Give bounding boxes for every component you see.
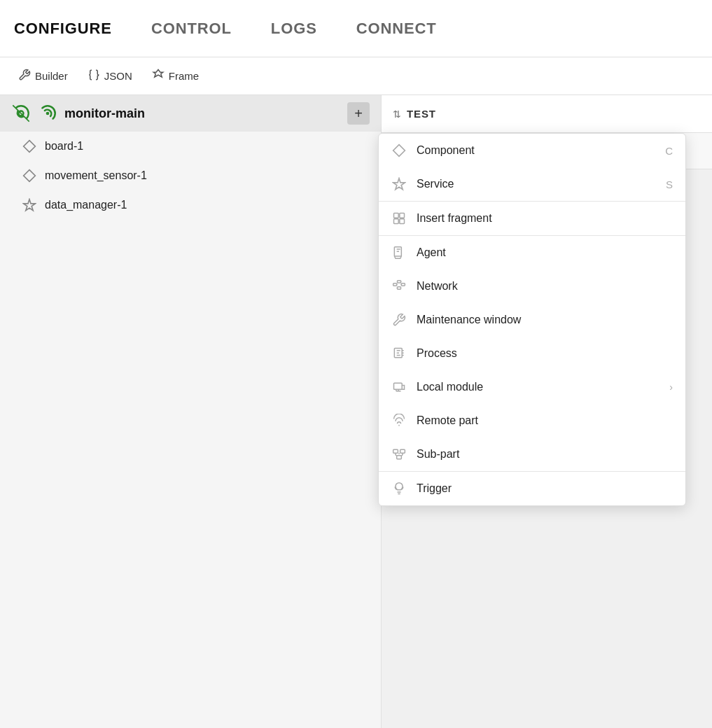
- menu-item-remote-part[interactable]: Remote part: [379, 404, 685, 438]
- menu-section-3: Agent Network: [379, 236, 685, 472]
- svg-rect-11: [398, 281, 401, 283]
- tree-root-label: monitor-main: [64, 106, 145, 121]
- menu-item-network-left: Network: [391, 279, 458, 294]
- menu-item-service[interactable]: Service S: [379, 167, 685, 201]
- wrench-icon: [18, 69, 31, 84]
- tree-item-label-2: movement_sensor-1: [45, 169, 147, 182]
- fragment-icon: [391, 211, 407, 226]
- tree-item-movement[interactable]: movement_sensor-1: [0, 161, 381, 190]
- test-label: TEST: [407, 108, 436, 120]
- nav-control[interactable]: CONTROL: [132, 0, 251, 57]
- top-nav: CONFIGURE CONTROL LOGS CONNECT: [0, 0, 712, 57]
- menu-item-localmodule-left: Local module: [391, 379, 483, 395]
- svg-rect-10: [393, 284, 397, 286]
- svg-marker-3: [24, 170, 36, 182]
- localmodule-arrow: ›: [669, 382, 673, 393]
- menu-item-process-left: Process: [391, 346, 457, 361]
- sub-nav: Builder JSON Frame: [0, 57, 712, 95]
- menu-item-sub-part[interactable]: Sub-part: [379, 438, 685, 471]
- localmodule-icon: [391, 379, 407, 395]
- menu-item-component-left: Component: [391, 143, 475, 158]
- svg-point-1: [46, 112, 50, 115]
- menu-item-localmodule-label: Local module: [417, 381, 483, 393]
- tab-builder[interactable]: Builder: [11, 64, 75, 88]
- tree-root-left: monitor-main: [11, 104, 145, 123]
- menu-item-agent-left: Agent: [391, 245, 446, 260]
- tab-frame[interactable]: Frame: [145, 64, 206, 88]
- tree-item-datamanager[interactable]: data_manager-1: [0, 190, 381, 220]
- tab-json-label: JSON: [104, 70, 132, 82]
- svg-marker-2: [24, 141, 36, 153]
- menu-item-remotepart-label: Remote part: [417, 414, 478, 427]
- menu-item-trigger-left: Trigger: [391, 481, 452, 496]
- monitor-icon: [11, 104, 31, 123]
- menu-item-maintenance-left: Maintenance window: [391, 312, 521, 328]
- svg-rect-17: [393, 449, 398, 453]
- menu-item-component-label: Component: [417, 144, 475, 157]
- process-icon: [391, 346, 407, 361]
- svg-rect-12: [398, 287, 401, 289]
- dropdown-menu: Component C Service S: [378, 133, 686, 506]
- menu-section-4: Trigger: [379, 472, 685, 505]
- chevron-updown-icon: ⇅: [393, 108, 401, 120]
- menu-item-component[interactable]: Component C: [379, 134, 685, 167]
- menu-item-remotepart-left: Remote part: [391, 413, 478, 428]
- menu-item-trigger-label: Trigger: [417, 482, 452, 495]
- svg-rect-13: [401, 284, 405, 286]
- menu-item-local-module[interactable]: Local module ›: [379, 370, 685, 404]
- tree-root: monitor-main +: [0, 95, 381, 132]
- nav-logs[interactable]: LOGS: [251, 0, 337, 57]
- svg-rect-15: [394, 383, 403, 389]
- menu-item-subpart-left: Sub-part: [391, 447, 459, 462]
- maintenance-icon: [391, 312, 407, 328]
- svg-rect-7: [394, 219, 399, 224]
- menu-section-2: Insert fragment: [379, 202, 685, 236]
- menu-item-agent[interactable]: Agent: [379, 236, 685, 270]
- menu-item-agent-label: Agent: [417, 246, 446, 259]
- add-button[interactable]: +: [347, 102, 370, 125]
- tab-frame-label: Frame: [169, 70, 199, 82]
- trigger-icon: [391, 481, 407, 496]
- svg-rect-6: [400, 214, 405, 218]
- left-panel: monitor-main + board-1 movement_sensor-1…: [0, 95, 382, 728]
- menu-item-process[interactable]: Process: [379, 337, 685, 370]
- menu-item-service-label: Service: [417, 178, 454, 190]
- svg-rect-8: [400, 219, 405, 224]
- svg-point-16: [398, 425, 400, 426]
- diamond-icon-2: [22, 169, 36, 183]
- tree-item-label-3: data_manager-1: [45, 199, 127, 211]
- frame-icon: [152, 69, 165, 84]
- menu-item-maintenance[interactable]: Maintenance window: [379, 303, 685, 337]
- menu-item-trigger[interactable]: Trigger: [379, 472, 685, 505]
- diamond-icon: [22, 139, 36, 153]
- menu-item-maintenance-label: Maintenance window: [417, 314, 521, 326]
- spark-menu-icon: [391, 176, 407, 192]
- agent-icon: [391, 245, 407, 260]
- component-shortcut: C: [665, 145, 673, 157]
- braces-icon: [88, 69, 100, 84]
- svg-marker-4: [393, 145, 405, 157]
- menu-item-process-label: Process: [417, 347, 457, 360]
- menu-item-service-left: Service: [391, 176, 454, 192]
- spark-icon: [22, 198, 36, 212]
- menu-item-network[interactable]: Network: [379, 270, 685, 303]
- tab-json[interactable]: JSON: [81, 64, 139, 88]
- tree-item-label: board-1: [45, 140, 83, 153]
- svg-rect-5: [394, 214, 399, 218]
- menu-item-subpart-label: Sub-part: [417, 448, 459, 461]
- menu-item-fragment-left: Insert fragment: [391, 211, 492, 226]
- tree-item-board[interactable]: board-1: [0, 132, 381, 161]
- diamond-menu-icon: [391, 143, 407, 158]
- nav-configure[interactable]: CONFIGURE: [14, 0, 132, 57]
- svg-rect-19: [397, 456, 402, 459]
- remotepart-icon: [391, 413, 407, 428]
- menu-section-1: Component C Service S: [379, 134, 685, 202]
- network-icon: [391, 279, 407, 294]
- service-shortcut: S: [666, 178, 673, 190]
- main-layout: monitor-main + board-1 movement_sensor-1…: [0, 95, 712, 728]
- nav-connect[interactable]: CONNECT: [337, 0, 456, 57]
- right-top-bar: ⇅ TEST: [382, 95, 712, 133]
- menu-item-network-label: Network: [417, 280, 458, 293]
- menu-item-insert-fragment[interactable]: Insert fragment: [379, 202, 685, 235]
- subpart-icon: [391, 447, 407, 462]
